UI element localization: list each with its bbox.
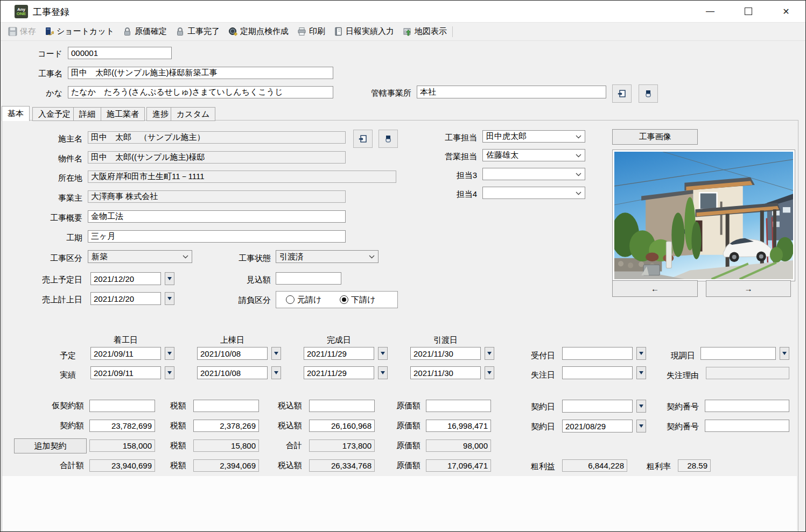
planned-completion-date-input[interactable] [304, 347, 374, 360]
actual-handover-dropdown-button[interactable] [485, 366, 494, 379]
construction-name-input[interactable] [68, 67, 333, 79]
shortcut-button[interactable]: ショートカット [40, 23, 118, 40]
reception-date-input[interactable] [562, 347, 633, 360]
additional-contract-button[interactable]: 追加契約 [14, 438, 87, 453]
planned-framing-dropdown-button[interactable] [271, 347, 281, 360]
tab-basic[interactable]: 基本 [2, 106, 30, 121]
property-input[interactable] [88, 151, 346, 164]
staff3-select[interactable] [482, 168, 585, 180]
total-cost-input[interactable] [426, 459, 491, 472]
planned-start-date-input[interactable] [90, 347, 161, 360]
survey-date-input[interactable] [700, 347, 776, 360]
owner-select-button[interactable] [353, 130, 373, 148]
tab-custom[interactable]: カスタム [171, 107, 215, 121]
actual-handover-date-input[interactable] [410, 366, 481, 379]
office-input[interactable] [417, 86, 606, 98]
map-view-button[interactable]: 地図表示 [398, 23, 451, 40]
actual-completion-dropdown-button[interactable] [378, 366, 388, 379]
gross-margin-input[interactable] [678, 459, 711, 472]
minimize-button[interactable]: — [698, 1, 723, 22]
planned-handover-dropdown-button[interactable] [485, 347, 494, 360]
maximize-button[interactable] [736, 1, 761, 22]
print-button[interactable]: 印刷 [293, 23, 330, 40]
provisional-tax-input[interactable] [193, 400, 259, 412]
contract-date1-input[interactable] [562, 400, 633, 413]
lost-date-input[interactable] [562, 366, 633, 379]
daily-report-button[interactable]: 日報実績入力 [330, 23, 398, 40]
gross-profit-input[interactable] [562, 459, 627, 472]
category-select[interactable]: 新築 [88, 250, 192, 263]
planned-handover-date-input[interactable] [410, 347, 481, 360]
total-incl-input[interactable] [309, 459, 375, 472]
lost-reason-input[interactable] [706, 367, 789, 379]
contract-date2-dropdown-button[interactable] [636, 420, 646, 432]
construction-staff-select[interactable]: 田中虎太郎 [482, 130, 585, 143]
sales-posted-dropdown-button[interactable] [165, 292, 174, 305]
actual-framing-dropdown-button[interactable] [271, 366, 281, 379]
sales-due-input[interactable] [90, 272, 161, 285]
owner-input[interactable] [88, 131, 346, 144]
staff4-select[interactable] [482, 187, 585, 199]
contract-tax-input[interactable] [193, 420, 259, 432]
code-input[interactable] [68, 47, 172, 59]
contract-no2-input[interactable] [705, 420, 789, 432]
logo-text-2: ONE [17, 12, 26, 16]
total-tax-input[interactable] [193, 459, 259, 472]
tab-payment-schedule[interactable]: 入金予定 [32, 107, 76, 121]
close-button[interactable]: ✕ [774, 1, 798, 22]
contract-cost-input[interactable] [426, 420, 491, 432]
provisional-amount-input[interactable] [89, 400, 155, 412]
right-arrow-icon: → [745, 284, 753, 293]
actual-framing-date-input[interactable] [197, 366, 268, 379]
radio-subcontractor[interactable]: 下請け [340, 295, 375, 305]
photo-next-button[interactable]: → [706, 280, 791, 297]
outline-input[interactable] [88, 210, 346, 223]
additional-cost-input[interactable] [426, 439, 491, 452]
tab-contractors[interactable]: 施工業者 [101, 107, 145, 121]
cost-fix-button[interactable]: 原価確定 [118, 23, 171, 40]
actual-start-date-input[interactable] [90, 366, 161, 379]
term-input[interactable] [88, 230, 346, 243]
additional-sum-input[interactable] [309, 439, 375, 452]
dropdown-arrow-icon [167, 297, 172, 300]
provisional-cost-input[interactable] [426, 400, 491, 412]
contract-amount-input[interactable] [89, 420, 155, 432]
actual-completion-date-input[interactable] [304, 366, 374, 379]
sales-posted-input[interactable] [90, 292, 161, 305]
radio-prime-contractor[interactable]: 元請け [286, 295, 321, 305]
total-amount-input[interactable] [89, 459, 155, 472]
planned-row-label: 予定 [52, 351, 76, 361]
forecast-input[interactable] [276, 272, 341, 285]
lost-date-dropdown-button[interactable] [636, 366, 646, 379]
sales-due-dropdown-button[interactable] [165, 272, 174, 285]
tab-details[interactable]: 詳細 [73, 107, 101, 121]
sales-staff-select[interactable]: 佐藤雄太 [482, 149, 585, 161]
planned-start-dropdown-button[interactable] [165, 347, 174, 360]
reception-dropdown-button[interactable] [636, 347, 646, 360]
office-clear-button[interactable] [639, 84, 658, 103]
dropdown-arrow-icon [487, 371, 492, 374]
actual-start-dropdown-button[interactable] [165, 366, 174, 379]
status-select[interactable]: 引渡済 [276, 250, 379, 263]
additional-amount-input[interactable] [89, 439, 155, 452]
contract-date2-input[interactable] [562, 420, 633, 432]
contract-date1-dropdown-button[interactable] [636, 400, 646, 413]
contract-no1-input[interactable] [705, 400, 789, 412]
photo-prev-button[interactable]: ← [612, 280, 698, 297]
employer-input[interactable] [88, 190, 346, 203]
periodic-inspection-button[interactable]: 定期点検作成 [224, 23, 293, 40]
construction-image-button[interactable]: 工事画像 [612, 129, 698, 145]
owner-clear-button[interactable] [379, 130, 398, 148]
contract-incl-input[interactable] [309, 420, 375, 432]
kana-input[interactable] [68, 86, 333, 98]
address-input[interactable] [88, 171, 396, 183]
save-button[interactable]: 保存 [4, 23, 40, 40]
construction-complete-button[interactable]: 工事完了 [171, 23, 224, 40]
planned-completion-dropdown-button[interactable] [378, 347, 388, 360]
planned-framing-date-input[interactable] [197, 347, 268, 360]
survey-dropdown-button[interactable] [780, 347, 789, 360]
additional-tax-input[interactable] [193, 439, 259, 452]
office-select-button[interactable] [612, 84, 632, 103]
provisional-incl-input[interactable] [309, 400, 375, 412]
total-cost-label: 原価額 [386, 460, 420, 471]
